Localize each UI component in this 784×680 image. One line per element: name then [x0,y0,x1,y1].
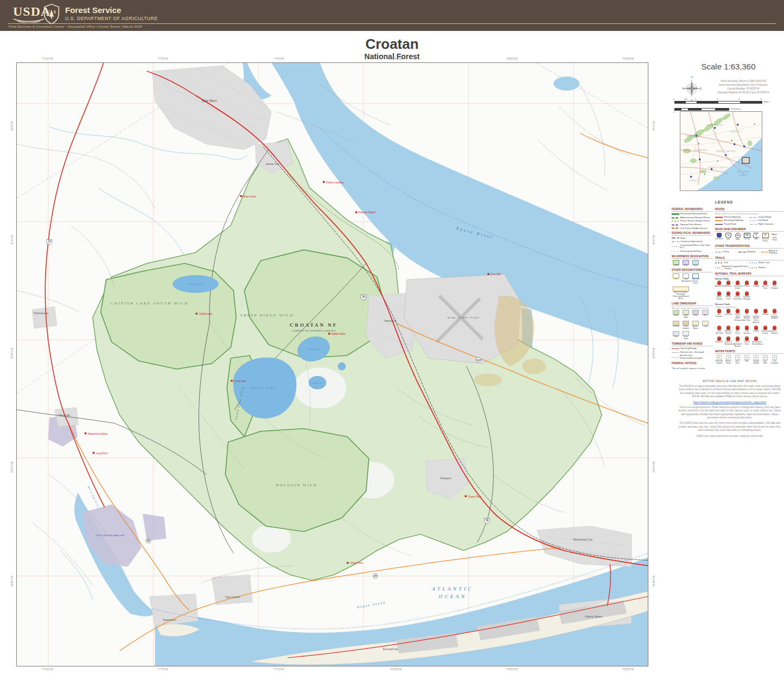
legend-item: Gravel Road [750,216,783,219]
legend-section: LAND OWNERSHIP(All colors shown with tra… [672,302,713,340]
trail-marker-badge-icon: ⌃ [717,336,721,341]
trail-marker-label: Iditarod [761,314,769,316]
legend-swatch-item: NPS [701,310,710,319]
trail-marker-label: Mormon Pioneer [724,331,732,335]
svg-text:Haywood Landing: Haywood Landing [88,433,107,435]
legend-line-symbol [750,219,757,222]
road-shield-circle-icon: 24 [735,233,741,238]
trail-marker-label: Captain John Smith Chesapeake [734,314,742,322]
legend-line-symbol [738,251,746,253]
road-shield-label: County [743,238,751,240]
trail-marker-badge-icon: ⌃ [745,336,749,341]
mvum-link[interactable]: https://www.fs.usda.gov/recreation/progr… [678,401,782,404]
trail-marker-badge-icon: ⌃ [736,309,740,313]
legend-swatch-label: Other State [681,336,690,340]
legend-section-note: (All colors shown with transparency on m… [672,307,713,309]
legend-line-symbol [715,266,721,269]
agency-name: Forest Service [65,5,121,15]
legend-section-title: ROAD SHIELD/NUMBER [715,228,783,232]
label-morehead-city: Morehead City [573,538,592,541]
scale-bar-tick: 1/2 [684,98,687,100]
road-shield-trap-icon: 8 [753,233,760,238]
svg-text:NORTH CAROLINA: NORTH CAROLINA [716,150,736,152]
legend-section-title: FEDERAL OFFICES [672,362,713,364]
coordinate-bottom: 77°10'0"W [42,668,53,671]
legend-swatch-label: DOD [672,278,680,281]
legend-swatch-item: State [672,331,680,340]
legend-subsection-title: Scenic Trails [715,277,783,280]
label-atlantic: ATLANTIC [431,586,473,592]
legend-section-title: LAND OWNERSHIP [672,302,713,306]
svg-text:Long Point: Long Point [96,452,108,455]
legend-item: Paved Road [715,223,749,226]
scale-bar-segment [718,101,740,103]
scale-bar-segment [686,101,697,103]
central-meridian-line: Central Meridian 76°58'53"W [703,87,783,91]
trail-marker-label: Pacific Crest [724,296,732,301]
trail-marker-badge-icon: ⌃ [717,291,721,296]
trail-marker-item: ⌃Pony Express [770,326,779,335]
scale-bar-tick: 4 [760,98,761,100]
label-croatan-nf: CROATAN NF [290,322,337,328]
legend-right-column: ROADS(Road symbols offset for symbolized… [715,208,783,364]
road-shield-label: National Forest [761,238,769,243]
label-newport: Newport [440,476,451,480]
legend-item-label: Proclaimed National Forest [680,213,707,215]
road-shield-label: U.S. [724,239,732,241]
trail-marker-item: ⌃Oregon [752,326,760,335]
trail-marker-badge-icon: ⌃ [717,309,721,313]
coordinate-top: 77°5'0"W [158,58,168,60]
water-point-icon: ✦ [754,355,758,360]
trail-marker-item: ⌃Ice Age [752,281,760,290]
coordinate-bottom: 77°0'0"W [274,668,284,671]
mvum-paragraph-2: This is not a legal document. Public lan… [678,406,782,420]
trail-marker-badge-icon: ⌃ [736,291,740,296]
coordinate-bottom: 77°5'0"W [158,668,168,671]
locator-croatan-highlight [742,157,749,163]
legend-icon-item: ✦Lock Chamber / Gate [770,355,779,364]
svg-text:N: N [691,75,693,79]
scale-bar-miles: 01/21234Miles [674,101,762,104]
road-shield-grid: Interstate70U.S.24StateC40County8BIANFNa… [715,233,783,243]
label-emerald-isle: Emerald Isle [383,647,398,651]
trail-marker-label: Oregon [752,331,760,333]
trail-marker-item: ⌃Florida [743,281,751,290]
mvum-paragraph-1: The MVUM is a legal enforceable document… [678,385,782,399]
trail-marker-item: ⌃Captain John Smith Chesapeake [734,309,742,325]
legend-section: TRAILSTrailWater TrailNational Designate… [715,257,783,270]
svg-text:WEST VIRGINIA: WEST VIRGINIA [706,124,724,126]
trail-marker-label: Florida [743,285,751,288]
legend-line-symbol [672,250,679,253]
coordinate-bottom: 76°50'0"W [506,668,518,671]
scale-bar-segment [675,101,686,103]
legend-item-label: U.S. Fish & Wildlife Service [680,227,707,230]
croatan-map: CATFISH LAKE SOUTH WILD SHEEP RIDGE WILD… [17,63,648,666]
legend-item: Primary Highway [715,216,749,219]
svg-text:Catfish Lake: Catfish Lake [199,313,212,315]
label-atlantic-beach: Atlantic Beach [585,615,602,618]
legend-icon-item: ✦Dam / Weir [761,355,769,364]
legend-icon-label: Gaging Station [752,360,760,364]
legend-swatch-item: American Indian Boundary/ Reservation/Na… [672,287,690,300]
legend-swatch-label: Wild and Scenic River [691,278,700,285]
legend-item-label: Secondary Highway [724,219,743,222]
scale-bar-tick: 1 [695,98,696,100]
legend-item-label: Administrative National Forest [680,217,710,219]
label-croatan-nf-admin: (ADMIN BY NFS IN NORTH CAROLINA) [291,330,336,332]
trail-marker-label: Santa Fe [715,341,723,344]
map-sheet: CATFISH LAKE SOUTH WILD SHEEP RIDGE WILD… [16,62,648,666]
svg-text:Brice Creek: Brice Creek [243,195,256,198]
label-new-bern: New Bern [201,99,217,103]
legend-section: WATER POINTS✦Waterfall / Rapids✦Spring /… [715,350,783,364]
legend-swatch-item: Other State [681,331,690,340]
trail-marker-item: ⌃Mormon Pioneer [724,326,732,335]
trail-marker-badge-icon: ⌃ [736,326,740,330]
label-great-lake: GREAT LAKE [251,386,276,389]
label-swansboro: Swansboro [163,618,176,621]
label-mcas-cherry-point: MCAS CHERRY POINT [448,316,480,319]
legend-line-symbol [672,347,679,350]
usda-swoosh-icon [13,18,44,23]
legend-item-label: Gravel Road [758,216,771,219]
trail-marker-label: Pacific Northwest [734,296,742,301]
svg-text:ATLANTIC: ATLANTIC [736,171,749,173]
